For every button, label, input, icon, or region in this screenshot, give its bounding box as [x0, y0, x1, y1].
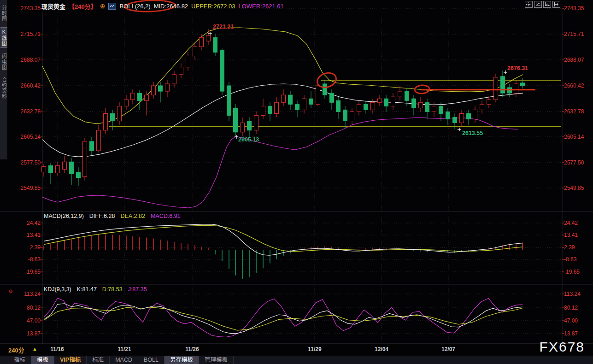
macd-dea-value: DEA:2.82	[120, 213, 145, 219]
macd-axis-label-left: 2.39	[8, 244, 41, 251]
axis-scale-left-icon[interactable]	[534, 1, 542, 8]
kdj-axis-label-left: 113.24	[8, 291, 41, 297]
macd-title[interactable]: MACD(26,12,9)	[44, 213, 84, 219]
macd-axis-label-left: 24.42	[8, 220, 41, 226]
fx678-watermark: FX678	[540, 339, 585, 355]
price-axis-label-left: 2743.35	[8, 5, 41, 12]
boll-lower-value: LOWER:2621.61	[239, 3, 284, 10]
symbol-name: 现货黄金	[41, 2, 65, 11]
price-axis-label-right: 2549.85	[564, 185, 584, 191]
sidebar-item-lightning[interactable]: 闪电图	[0, 52, 7, 71]
macd-axis-label-right: -19.65	[564, 269, 580, 275]
annotation-high-2721: 2721.21	[213, 23, 234, 30]
tab-save-template[interactable]: 另存模板	[164, 356, 199, 364]
kdj-axis-label-right: 13.87	[564, 330, 578, 337]
price-axis-label-left: 2577.50	[8, 159, 41, 166]
annotation-high-2676: 2676.31	[507, 65, 528, 71]
macd-panel-header: MACD(26,12,9) DIFF:6.28 DEA:2.82 MACD:6.…	[44, 213, 181, 219]
price-axis-label-right: 2715.71	[564, 31, 584, 37]
macd-axis-label-left: -19.65	[8, 269, 41, 275]
macd-diff-value: DIFF:6.28	[89, 213, 115, 219]
chart-canvas	[0, 0, 593, 364]
kdj-axis-label-right: 113.24	[564, 291, 581, 297]
bottom-toolbar: 指标 模板 VIP指标 标准 MACD BOLL 另存模板 管理模板	[0, 356, 593, 364]
kdj-axis-label-right: 80.12	[564, 305, 578, 311]
tab-templates[interactable]: 模板	[31, 356, 54, 364]
price-axis-label-right: 2743.35	[564, 5, 584, 12]
kdj-axis-label-left: 47.00	[8, 317, 41, 324]
period-badge: 【240分】	[69, 2, 97, 11]
indicator-name[interactable]: BOLL(26,2)	[119, 3, 150, 10]
boll-mid-value: MID:2646.82	[154, 3, 188, 10]
sidebar-item-contract-info[interactable]: 合约资料	[0, 76, 7, 100]
price-axis-label-left: 2660.42	[8, 82, 41, 89]
macd-axis-label-left: 13.41	[8, 232, 41, 238]
tab-manage-template[interactable]: 管理模板	[199, 356, 234, 364]
macd-axis-label-right: -8.63	[564, 256, 576, 263]
price-axis-label-left: 2715.71	[8, 31, 41, 37]
macd-axis-label-right: 24.42	[564, 220, 578, 226]
macd-axis-label-right: 13.41	[564, 232, 578, 238]
macd-axis-label-right: 2.39	[564, 244, 575, 251]
date-label: 11/21	[117, 346, 131, 352]
chart-toolbar	[525, 1, 560, 8]
tab-boll[interactable]: BOLL	[138, 356, 164, 364]
annotation-low-2613: 2613.55	[462, 130, 483, 136]
price-axis-label-left: 2549.85	[8, 185, 41, 191]
date-label: 11/29	[308, 346, 321, 352]
date-label: 11/26	[185, 346, 199, 352]
date-label: 11/16	[50, 346, 64, 352]
chart-header: 现货黄金 【240分】 ⊕ BOLL(26,2) MID:2646.82 UPP…	[41, 0, 284, 12]
price-axis-label-left: 2632.78	[8, 108, 41, 115]
date-label: 12/07	[441, 346, 455, 352]
kdj-axis-label-left: 13.87	[8, 330, 41, 337]
axis-scale-right-icon[interactable]	[543, 1, 551, 8]
expand-icon[interactable]: ⊕	[100, 2, 106, 10]
tab-indicators[interactable]: 指标	[8, 356, 31, 364]
pan-right-icon[interactable]	[552, 1, 560, 8]
price-axis-label-right: 2605.14	[564, 134, 584, 140]
price-axis-label-right: 2632.78	[564, 108, 584, 115]
price-axis-label-left: 2605.14	[8, 134, 41, 140]
chart-type-sidebar: 分时图 K线图 闪电图 合约资料	[0, 0, 8, 159]
kdj-d-value: D:78.53	[102, 286, 123, 293]
trading-app: 分时图 K线图 闪电图 合约资料 现货黄金 【240分】 ⊕ BOLL(26,2…	[0, 0, 593, 364]
price-axis-label-left: 2688.07	[8, 57, 41, 63]
kdj-axis-label-left: 80.12	[8, 305, 41, 311]
sidebar-item-timeshare[interactable]: 分时图	[0, 4, 7, 23]
macd-macd-value: MACD:6.91	[151, 213, 181, 219]
kdj-j-value: J:87.35	[128, 286, 147, 293]
annotation-low-2605: 2605.13	[238, 136, 259, 143]
price-axis-label-right: 2660.42	[564, 82, 584, 89]
kdj-axis-label-right: 47.00	[564, 317, 578, 324]
collapse-arrow-icon[interactable]: ▲	[32, 346, 37, 352]
crosshair-tool-icon[interactable]	[525, 1, 533, 8]
date-label: 12/04	[375, 346, 388, 352]
indicator-settings-icon[interactable]: ⚙	[8, 288, 13, 294]
price-axis-label-right: 2577.50	[564, 159, 584, 166]
kdj-k-value: K:81.47	[77, 286, 97, 293]
kline-chart-icon[interactable]	[108, 3, 116, 10]
tab-standard[interactable]: 标准	[87, 356, 110, 364]
price-axis-label-right: 2688.07	[564, 57, 584, 63]
kdj-panel-header: KDJ(9,3,3) K:81.47 D:78.53 J:87.35	[44, 286, 147, 293]
boll-upper-value: UPPER:2672.03	[191, 3, 235, 10]
kdj-title[interactable]: KDJ(9,3,3)	[44, 286, 71, 293]
tab-macd[interactable]: MACD	[110, 356, 138, 364]
sidebar-item-kline[interactable]: K线图	[0, 27, 7, 48]
tab-vip-indicators[interactable]: VIP指标	[54, 356, 87, 364]
timeframe-label[interactable]: 240分	[8, 346, 24, 354]
macd-axis-label-left: -8.63	[8, 256, 41, 263]
